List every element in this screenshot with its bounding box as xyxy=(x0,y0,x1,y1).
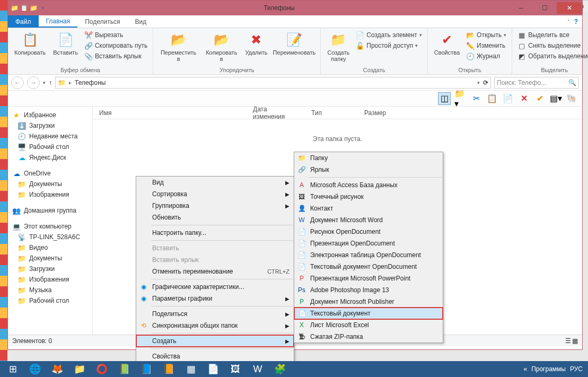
ctx-sort[interactable]: Сортировка▶ xyxy=(136,188,294,200)
newfolder-button[interactable]: 📁Создать папку xyxy=(325,30,352,63)
titlebar[interactable]: 📁 📋 📁 ▾ Телефоны ─ ☐ ✕ xyxy=(8,1,582,15)
ctx-group[interactable]: Группировка▶ xyxy=(136,200,294,212)
taskbar-app5[interactable]: 🖼 xyxy=(225,362,246,376)
maximize-button[interactable]: ☐ xyxy=(533,2,557,14)
nav-desktop[interactable]: 🖥️Рабочий стол xyxy=(8,142,92,152)
ctx-refresh[interactable]: Обновить xyxy=(136,212,294,223)
tab-home[interactable]: Главная xyxy=(39,15,78,28)
ctx-new-odp[interactable]: 📄Презентация OpenDocument xyxy=(294,238,443,249)
taskbar-word[interactable]: W xyxy=(247,362,268,376)
up-button[interactable]: ↑ xyxy=(49,79,52,86)
close-button[interactable]: ✕ xyxy=(557,2,582,14)
ctx-share[interactable]: Поделиться▶ xyxy=(136,308,294,320)
start-button[interactable]: ⊞ xyxy=(2,362,23,376)
nav-video[interactable]: 📁Видео xyxy=(8,242,92,253)
taskbar-chrome[interactable]: ⭕ xyxy=(91,362,112,376)
selectall-button[interactable]: ▦Выделить все xyxy=(516,30,588,40)
taskbar-app2[interactable]: 📘 xyxy=(136,362,157,376)
taskbar-app1[interactable]: 📗 xyxy=(113,362,135,376)
nav-onedrive[interactable]: ☁OneDrive xyxy=(8,168,92,179)
qat-icon[interactable]: 📋 xyxy=(20,4,28,12)
ctx-new-odt[interactable]: 📄Текстовый документ OpenDocument xyxy=(294,261,443,273)
newitem-button[interactable]: 📄Создать элемент ▾ xyxy=(355,30,423,40)
delete-icon[interactable]: ✕ xyxy=(517,92,530,105)
properties-button[interactable]: ✔Свойства xyxy=(432,30,462,57)
taskbar-firefox[interactable]: 🦊 xyxy=(47,362,68,376)
view-icon[interactable]: ▤▾ xyxy=(549,92,562,105)
help-icon[interactable]: ? xyxy=(574,18,578,25)
copy-icon[interactable]: 📋 xyxy=(486,92,498,105)
tab-share[interactable]: Поделиться xyxy=(77,15,127,28)
ctx-new-shortcut[interactable]: 🔗Ярлык xyxy=(294,164,443,176)
cut-icon[interactable]: ✂ xyxy=(470,92,482,105)
context-submenu-new[interactable]: 📁Папку 🔗Ярлык AMicrosoft Access База дан… xyxy=(294,152,443,343)
context-menu[interactable]: Вид▶ Сортировка▶ Группировка▶ Обновить Н… xyxy=(136,176,294,363)
column-headers[interactable]: Имя Дата изменения Тип Размер xyxy=(93,107,582,119)
nav-homegroup[interactable]: 👥Домашняя группа xyxy=(8,205,92,216)
breadcrumb[interactable]: 📁 ▸ Телефоны ▾ ⟳ xyxy=(55,77,491,89)
ctx-customize[interactable]: Настроить папку... xyxy=(136,227,294,239)
ctx-new-odg[interactable]: 📄Рисунок OpenDocument xyxy=(294,226,443,238)
delete-button[interactable]: ✖Удалить xyxy=(243,30,269,57)
ctx-new-contact[interactable]: 👤Контакт xyxy=(294,203,443,214)
ctx-props[interactable]: Свойства xyxy=(136,350,294,362)
moveto-button[interactable]: 📂Переместить в xyxy=(157,30,199,63)
ctx-new-bmp[interactable]: 🖼Точечный рисунок xyxy=(294,191,443,203)
nav-downloads[interactable]: ⬇️Загрузки xyxy=(8,120,92,131)
selectnone-button[interactable]: ▢Снять выделение xyxy=(516,41,588,50)
forward-button[interactable]: → xyxy=(27,76,40,89)
nav-tplink[interactable]: 📡TP-LINK_528A6C xyxy=(8,232,92,242)
ctx-new-zip[interactable]: 🗜Сжатая ZIP-папка xyxy=(294,331,443,343)
easyaccess-button[interactable]: 🔓Простой доступ ▾ xyxy=(355,41,423,50)
invertselect-button[interactable]: ◩Обратить выделение xyxy=(516,51,588,61)
taskbar-ie[interactable]: 🌐 xyxy=(24,362,46,376)
paste-icon[interactable]: 📄 xyxy=(502,92,514,105)
ctx-new-ods[interactable]: 📄Электронная таблица OpenDocument xyxy=(294,249,443,261)
search-input[interactable]: Поиск: Телефо... 🔍 xyxy=(494,77,579,89)
nav-pane[interactable]: ★Избранное ⬇️Загрузки 🕘Недавние места 🖥️… xyxy=(8,107,93,335)
nav-music[interactable]: 📁Музыка xyxy=(8,285,92,295)
col-name[interactable]: Имя xyxy=(93,109,247,117)
nav-docs2[interactable]: 📁Документы xyxy=(8,253,92,264)
nav-pictures[interactable]: 📁Изображения xyxy=(8,189,92,200)
tray-programs[interactable]: Программы xyxy=(531,365,566,373)
ctx-undo[interactable]: Отменить переименованиеCTRL+Z xyxy=(136,266,294,277)
nav-dl2[interactable]: 📁Загрузки xyxy=(8,264,92,274)
ctx-sync[interactable]: ⟲Синхронизация общих папок▶ xyxy=(136,320,294,331)
taskbar-app3[interactable]: 📙 xyxy=(158,362,179,376)
qat-dropdown-icon[interactable]: ▾ xyxy=(39,4,47,12)
back-button[interactable]: ← xyxy=(11,76,24,89)
details-view-icon[interactable]: ☰ xyxy=(565,337,571,345)
chevron-right-icon[interactable]: ▸ xyxy=(69,80,72,85)
nav-documents[interactable]: 📁Документы xyxy=(8,179,92,189)
rename-button[interactable]: 📝Переименовать xyxy=(272,30,316,57)
tab-file[interactable]: Файл xyxy=(8,15,39,28)
nav-favorites[interactable]: ★Избранное xyxy=(8,110,92,120)
panes-button[interactable]: ◫ xyxy=(438,92,451,105)
copypath-button[interactable]: 🔗Скопировать путь xyxy=(83,41,148,50)
ctx-new-word[interactable]: WДокумент Microsoft Word xyxy=(294,214,443,226)
ctx-new-ppt[interactable]: PПрезентация Microsoft PowerPoint xyxy=(294,273,443,284)
col-date[interactable]: Дата изменения xyxy=(247,106,305,120)
col-size[interactable]: Размер xyxy=(358,109,392,117)
nav-thispc[interactable]: 💻Этот компьютер xyxy=(8,221,92,232)
col-type[interactable]: Тип xyxy=(305,109,358,117)
history-dropdown-icon[interactable]: ▾ xyxy=(43,80,46,85)
copy-button[interactable]: 📋Копировать xyxy=(12,30,48,57)
taskbar-explorer[interactable]: 📁 xyxy=(69,362,90,376)
ctx-gfxset[interactable]: ◉Параметры графики▶ xyxy=(136,293,294,304)
taskbar-app6[interactable]: 🧩 xyxy=(269,362,291,376)
qat-folder-icon[interactable]: 📁 xyxy=(29,4,38,12)
organize-button[interactable]: 📁▾ xyxy=(454,92,467,105)
ctx-new-access[interactable]: AMicrosoft Access База данных xyxy=(294,179,443,191)
breadcrumb-item[interactable]: Телефоны xyxy=(75,79,106,86)
tray-chevron-icon[interactable]: « xyxy=(523,365,527,373)
paste-button[interactable]: 📄Вставить xyxy=(51,30,80,57)
check-icon[interactable]: ✔ xyxy=(533,92,546,105)
ctx-view[interactable]: Вид▶ xyxy=(136,177,294,188)
icons-view-icon[interactable]: ▦ xyxy=(572,337,578,345)
nav-yandex[interactable]: ☁Яндекс.Диск xyxy=(8,152,92,163)
tab-view[interactable]: Вид xyxy=(127,15,154,28)
shell-icon[interactable]: 🐚 xyxy=(565,92,578,105)
nav-desk2[interactable]: 📁Рабочий стол xyxy=(8,295,92,306)
